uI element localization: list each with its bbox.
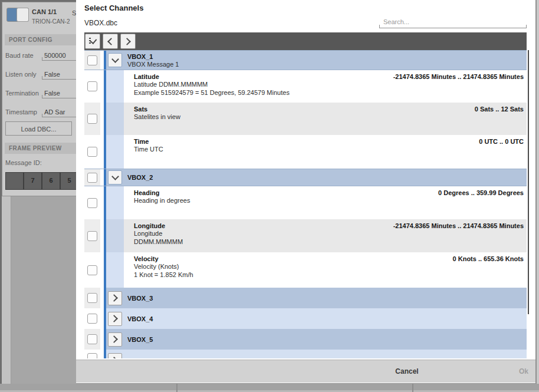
signal-row-latitude[interactable]: Latitude -21474.8365 Minutes .. 21474.83… [84, 70, 527, 103]
row-checkbox[interactable] [87, 114, 97, 124]
listen-only-field: Listen only False [5, 70, 76, 80]
message-id-label: Message ID: [5, 159, 42, 166]
row-content: VBOX_5 [124, 329, 527, 350]
checkbox-column [84, 51, 100, 70]
message-row-vbox_3[interactable]: VBOX_3 [84, 288, 527, 308]
field-label: Baud rate [5, 52, 34, 59]
module-name: TRION-CAN-2 [32, 18, 70, 25]
field-label: Termination [5, 90, 39, 97]
bit-header-row: 7 6 5 [5, 172, 76, 190]
background-divider [412, 384, 413, 392]
row-checkbox[interactable] [87, 334, 97, 344]
checkbox-column [84, 350, 100, 358]
row-title: VBOX_1 [127, 52, 153, 61]
message-row-vbox_2[interactable]: VBOX_2 [84, 169, 527, 186]
row-title: Heading [134, 189, 159, 197]
row-checkbox[interactable] [87, 314, 97, 324]
row-checkbox[interactable] [87, 147, 97, 157]
row-description: Latitude DDMM.MMMMMExample 515924579 = 5… [134, 81, 527, 97]
expander-column [106, 308, 124, 329]
list-check-icon [88, 37, 97, 45]
channel-list: VBOX_1 VBOX Message 1 Latitude -21474.83… [84, 50, 527, 358]
chevron-down-icon [111, 173, 119, 180]
checkbox-column [84, 169, 100, 186]
clipped-header-label: S [72, 9, 76, 17]
checkbox-column [84, 103, 100, 135]
row-range: 0 Knots .. 655.36 Knots [453, 255, 527, 263]
app-screen: CAN 1/1 TRION-CAN-2 S PORT CONFIG Baud r… [0, 0, 539, 392]
partial-row[interactable] [84, 350, 527, 358]
expand-row-button[interactable] [108, 332, 122, 347]
row-description: Heading in degrees [134, 197, 527, 205]
expander-column [106, 186, 124, 219]
row-description: Time UTC [134, 146, 527, 154]
bit-cell: 7 [24, 173, 41, 189]
row-checkbox[interactable] [87, 353, 97, 358]
search-input[interactable] [379, 15, 527, 28]
row-checkbox[interactable] [87, 198, 97, 208]
row-checkbox[interactable] [87, 55, 97, 65]
row-content: VBOX_4 [124, 308, 527, 329]
expander-column [106, 51, 124, 70]
chevron-left-icon [107, 38, 115, 45]
checkbox-column [84, 70, 100, 103]
signal-row-heading[interactable]: Heading 0 Degrees .. 359.99 Degrees Head… [84, 186, 527, 219]
expander-column [106, 252, 124, 288]
load-dbc-button[interactable]: Load DBC... [5, 121, 72, 136]
row-title: Latitude [134, 73, 159, 81]
signal-row-longitude[interactable]: Longitude -21474.8365 Minutes .. 21474.8… [84, 219, 527, 252]
message-row-vbox_1[interactable]: VBOX_1 VBOX Message 1 [84, 50, 527, 70]
message-row-vbox_4[interactable]: VBOX_4 [84, 308, 527, 329]
expander-column [106, 288, 124, 308]
baud-rate-value[interactable]: 500000 [42, 51, 76, 61]
chevron-right-icon [110, 315, 118, 322]
row-checkbox[interactable] [87, 81, 97, 91]
row-checkbox[interactable] [87, 293, 97, 303]
expander-column [106, 329, 124, 350]
row-content: Time 0 UTC .. 0 UTC Time UTC [124, 135, 527, 169]
row-checkbox[interactable] [87, 231, 97, 241]
expander-column [106, 103, 124, 135]
signal-row-sats[interactable]: Sats 0 Sats .. 12 Sats Satelites in view [84, 103, 527, 135]
collapse-all-button[interactable] [103, 34, 118, 49]
expander-column [106, 219, 124, 252]
list-toolbar [84, 32, 527, 50]
message-row-vbox_5[interactable]: VBOX_5 [84, 329, 527, 350]
baud-rate-field: Baud rate 500000 [5, 51, 76, 61]
channel-enable-toggle[interactable] [6, 8, 29, 22]
vertical-scrollbar[interactable] [528, 50, 529, 314]
toggle-knob [17, 8, 29, 22]
chevron-right-icon [123, 38, 131, 45]
ok-button[interactable]: Ok [482, 360, 539, 383]
checkbox-column [84, 308, 100, 329]
row-description: VBOX Message 1 [127, 61, 527, 69]
background-divider [176, 384, 178, 392]
expand-row-button[interactable] [108, 312, 122, 326]
expand-row-button[interactable] [108, 291, 122, 305]
dbc-file-name: VBOX.dbc [84, 19, 117, 27]
row-title: Sats [134, 105, 147, 113]
row-checkbox[interactable] [87, 265, 97, 275]
signal-row-time[interactable]: Time 0 UTC .. 0 UTC Time UTC [84, 135, 527, 169]
check-all-button[interactable] [85, 34, 100, 49]
expand-row-button[interactable] [108, 353, 122, 358]
row-description: Velocity (Knots)1 Knot = 1.852 Km/h [134, 263, 527, 279]
checkbox-column [84, 288, 100, 308]
termination-value[interactable]: False [42, 88, 76, 98]
cancel-button[interactable]: Cancel [360, 360, 454, 383]
row-description: LongitudeDDMM.MMMMM [134, 230, 527, 246]
collapse-row-button[interactable] [108, 170, 122, 185]
collapse-row-button[interactable] [108, 53, 122, 67]
field-label: Timestamp [5, 108, 37, 116]
checkbox-column [84, 186, 100, 219]
bit-cell: 5 [61, 173, 76, 189]
expander-column [106, 70, 124, 103]
expand-all-button[interactable] [120, 34, 136, 49]
row-title: Longitude [134, 222, 165, 230]
signal-row-velocity[interactable]: Velocity 0 Knots .. 655.36 Knots Velocit… [84, 252, 527, 288]
timestamp-value[interactable]: AD Sar [42, 107, 76, 117]
row-checkbox[interactable] [87, 173, 97, 183]
listen-only-value[interactable]: False [42, 70, 76, 80]
row-title: Velocity [134, 255, 159, 263]
termination-field: Termination False [5, 88, 76, 99]
